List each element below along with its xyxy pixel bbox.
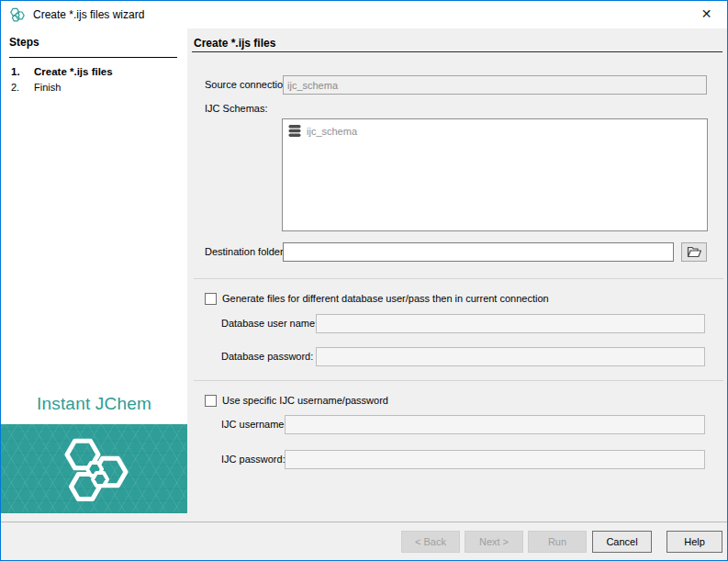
destination-folder-label: Destination folder:	[205, 242, 286, 261]
browse-folder-button[interactable]	[681, 242, 707, 262]
footer-separator	[1, 522, 727, 522]
source-connection-label: Source connection:	[205, 75, 291, 94]
wizard-content-panel: Create *.ijs files Source connection: IJ…	[187, 28, 727, 513]
sidebar-step-finish: 2. Finish	[1, 82, 187, 96]
panel-title-underline	[192, 51, 722, 52]
destination-folder-field[interactable]	[283, 242, 674, 262]
next-button[interactable]: Next >	[465, 531, 523, 553]
list-item-ijc-schema[interactable]: ijc_schema	[283, 119, 707, 138]
step-number: 2.	[11, 82, 19, 93]
ijc-schemas-list[interactable]: ijc_schema	[282, 118, 708, 231]
schema-item-name: ijc_schema	[307, 126, 357, 137]
open-folder-icon	[687, 246, 702, 258]
title-bar: Create *.ijs files wizard ✕	[1, 1, 727, 28]
brand-wordmark: Instant JChem	[1, 394, 187, 414]
step-number: 1.	[11, 66, 20, 77]
close-button[interactable]: ✕	[686, 1, 727, 28]
steps-sidebar: Steps 1. Create *.ijs files 2. Finish In…	[1, 28, 187, 513]
sidebar-step-create-ijs-files: 1. Create *.ijs files	[1, 66, 187, 81]
step-label: Create *.ijs files	[34, 66, 113, 77]
database-icon	[288, 124, 301, 138]
hexagon-logo-icon	[9, 6, 26, 23]
panel-title: Create *.ijs files	[194, 37, 275, 50]
database-username-field	[316, 314, 705, 333]
database-password-label: Database password:	[221, 347, 313, 365]
database-username-label: Database user name:	[221, 314, 318, 332]
use-specific-ijc-credentials-label: Use specific IJC username/password	[222, 395, 388, 406]
database-password-field	[316, 347, 705, 366]
wizard-dialog: Create *.ijs files wizard ✕ Steps 1. Cre…	[0, 0, 728, 561]
ijc-password-field	[285, 450, 705, 469]
steps-header: Steps	[9, 36, 39, 49]
step-label: Finish	[34, 82, 61, 93]
section-separator	[194, 278, 723, 279]
section-separator	[194, 380, 723, 381]
generate-different-dbuser-label: Generate files for different database us…	[222, 293, 549, 304]
use-specific-ijc-credentials-checkbox[interactable]	[205, 395, 217, 407]
generate-different-dbuser-checkbox[interactable]	[205, 293, 217, 305]
hexagon-logo-large-icon	[52, 432, 137, 509]
steps-underline	[9, 57, 177, 58]
window-title: Create *.ijs files wizard	[33, 1, 144, 28]
back-button[interactable]: < Back	[401, 531, 460, 553]
ijc-username-label: IJC username:	[221, 415, 287, 433]
ijc-username-field	[285, 415, 705, 434]
wizard-button-bar: < Back Next > Run Cancel Help	[1, 513, 727, 560]
brand-panel	[1, 424, 187, 513]
run-button[interactable]: Run	[528, 531, 587, 553]
cancel-button[interactable]: Cancel	[592, 531, 652, 553]
ijc-schemas-label: IJC Schemas:	[205, 103, 267, 114]
help-button[interactable]: Help	[666, 531, 722, 553]
source-connection-field	[283, 75, 707, 95]
ijc-password-label: IJC password:	[221, 450, 286, 468]
